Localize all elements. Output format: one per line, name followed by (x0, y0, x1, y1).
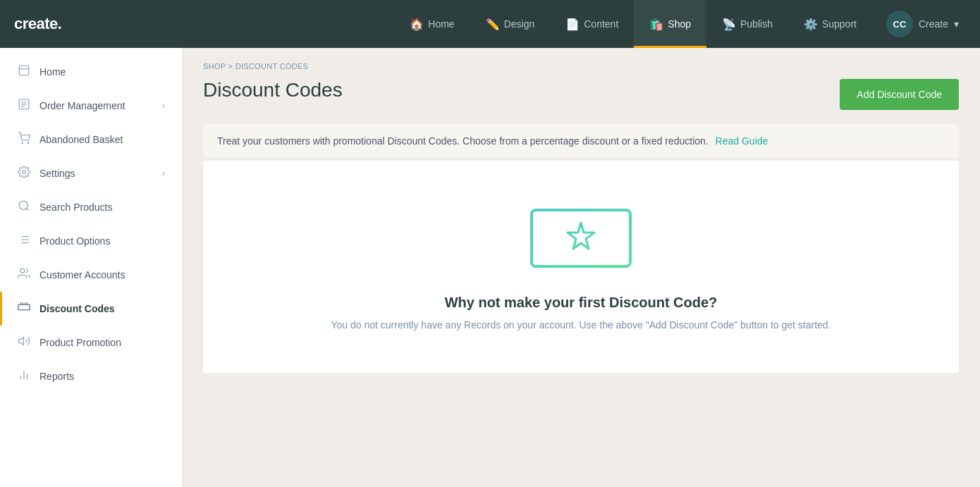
sidebar-item-product-promotion[interactable]: Product Promotion (0, 326, 182, 359)
support-icon: ⚙️ (804, 18, 818, 31)
product-promotion-icon (17, 335, 31, 350)
svg-line-10 (26, 208, 28, 210)
nav-label-support: Support (822, 18, 857, 30)
user-name: Create (919, 18, 948, 30)
svg-point-9 (19, 201, 27, 209)
nav-menu: 🏠 Home ✏️ Design 📄 Content 🛍️ Shop 📡 Pub… (394, 0, 872, 48)
svg-marker-19 (19, 338, 24, 345)
nav-label-publish: Publish (740, 18, 773, 30)
sidebar-item-abandoned-basket[interactable]: Abandoned Basket (0, 123, 182, 156)
nav-item-publish[interactable]: 📡 Publish (706, 0, 788, 48)
home-icon: 🏠 (410, 18, 424, 31)
content-icon: 📄 (565, 18, 580, 31)
sidebar-item-settings[interactable]: Settings › (0, 156, 182, 190)
sidebar-label-order-management: Order Management (39, 100, 125, 111)
svg-point-6 (22, 142, 23, 144)
breadcrumb-shop: SHOP (203, 62, 226, 70)
customer-accounts-icon (17, 267, 31, 283)
nav-item-design[interactable]: ✏️ Design (470, 0, 551, 48)
discount-codes-icon (17, 301, 31, 316)
sidebar-label-abandoned-basket: Abandoned Basket (39, 134, 123, 145)
sidebar-item-reports[interactable]: Reports (0, 359, 182, 393)
logo-text: create. (14, 15, 61, 32)
reports-icon (17, 369, 31, 384)
svg-point-7 (27, 142, 29, 144)
sidebar-item-home[interactable]: Home (0, 55, 182, 89)
sidebar-label-home: Home (39, 66, 66, 78)
home-sidebar-icon (17, 64, 31, 80)
discount-ticket-icon (528, 203, 634, 273)
nav-item-shop[interactable]: 🛍️ Shop (634, 0, 706, 48)
page-title: Discount Codes (203, 79, 343, 101)
sidebar: Home Order Management › Abandoned Basket… (0, 48, 182, 487)
page-layout: Home Order Management › Abandoned Basket… (0, 48, 980, 487)
sidebar-label-reports: Reports (39, 371, 74, 382)
empty-state-title: Why not make your first Discount Code? (217, 295, 945, 311)
nav-label-content: Content (584, 18, 618, 30)
page-header: Discount Codes Add Discount Code (203, 79, 959, 110)
svg-point-8 (23, 171, 26, 174)
avatar: CC (886, 11, 913, 37)
avatar-initials: CC (893, 19, 907, 30)
nav-item-content[interactable]: 📄 Content (550, 0, 634, 48)
top-navigation: create. 🏠 Home ✏️ Design 📄 Content 🛍️ Sh… (0, 0, 980, 48)
order-management-icon (17, 98, 31, 113)
sidebar-label-product-options: Product Options (39, 235, 110, 247)
sidebar-label-settings: Settings (39, 168, 75, 179)
info-text: Treat your customers with promotional Di… (217, 135, 709, 147)
product-options-icon (17, 233, 31, 249)
empty-state: Why not make your first Discount Code? Y… (203, 161, 959, 373)
chevron-right-settings-icon: › (162, 168, 165, 178)
svg-point-17 (20, 269, 25, 273)
breadcrumb: SHOP > DISCOUNT CODES (203, 62, 959, 70)
info-bar: Treat your customers with promotional Di… (203, 124, 959, 158)
sidebar-label-product-promotion: Product Promotion (39, 337, 121, 348)
nav-label-home: Home (428, 18, 454, 30)
nav-label-design: Design (504, 18, 535, 30)
design-icon: ✏️ (486, 18, 500, 31)
search-products-icon (17, 199, 31, 215)
breadcrumb-current: DISCOUNT CODES (235, 62, 309, 70)
logo[interactable]: create. (14, 15, 61, 33)
breadcrumb-separator: > (228, 62, 233, 70)
sidebar-item-search-products[interactable]: Search Products (0, 190, 182, 224)
svg-rect-18 (18, 304, 30, 310)
nav-label-shop: Shop (668, 18, 691, 30)
sidebar-item-discount-codes[interactable]: Discount Codes (0, 292, 182, 326)
main-content: SHOP > DISCOUNT CODES Discount Codes Add… (182, 48, 980, 487)
user-menu-button[interactable]: CC Create ▾ (872, 0, 966, 48)
svg-marker-26 (568, 223, 594, 249)
sidebar-label-discount-codes: Discount Codes (39, 303, 115, 314)
chevron-down-icon: ▾ (954, 18, 959, 30)
sidebar-label-customer-accounts: Customer Accounts (39, 269, 125, 281)
add-discount-code-button[interactable]: Add Discount Code (840, 79, 959, 110)
settings-icon (17, 166, 31, 181)
publish-icon: 📡 (722, 18, 736, 31)
sidebar-item-product-options[interactable]: Product Options (0, 224, 182, 258)
sidebar-item-customer-accounts[interactable]: Customer Accounts (0, 258, 182, 292)
abandoned-basket-icon (17, 132, 31, 147)
read-guide-link[interactable]: Read Guide (716, 135, 768, 147)
sidebar-label-search-products: Search Products (39, 202, 113, 213)
chevron-right-icon: › (162, 101, 165, 111)
empty-state-description: You do not currently have any Records on… (217, 319, 945, 331)
nav-item-home[interactable]: 🏠 Home (394, 0, 470, 48)
sidebar-item-order-management[interactable]: Order Management › (0, 89, 182, 123)
shop-icon: 🛍️ (649, 18, 663, 31)
nav-item-support[interactable]: ⚙️ Support (788, 0, 872, 48)
svg-rect-0 (19, 66, 29, 75)
